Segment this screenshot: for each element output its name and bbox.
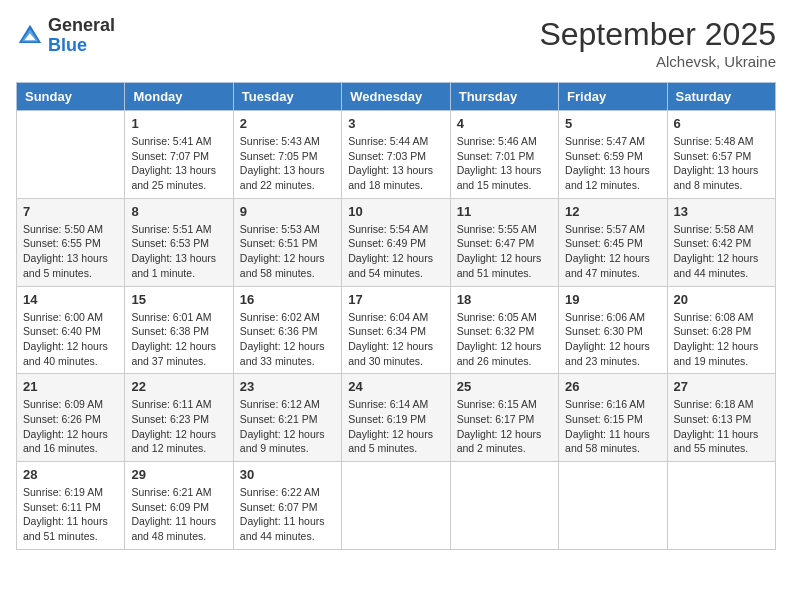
day-number: 1 bbox=[131, 116, 226, 131]
day-number: 18 bbox=[457, 292, 552, 307]
day-info: Sunrise: 5:55 AM Sunset: 6:47 PM Dayligh… bbox=[457, 222, 552, 281]
day-info: Sunrise: 5:53 AM Sunset: 6:51 PM Dayligh… bbox=[240, 222, 335, 281]
calendar-cell: 12Sunrise: 5:57 AM Sunset: 6:45 PM Dayli… bbox=[559, 198, 667, 286]
day-number: 28 bbox=[23, 467, 118, 482]
calendar-cell: 26Sunrise: 6:16 AM Sunset: 6:15 PM Dayli… bbox=[559, 374, 667, 462]
calendar-week-row: 21Sunrise: 6:09 AM Sunset: 6:26 PM Dayli… bbox=[17, 374, 776, 462]
weekday-header-tuesday: Tuesday bbox=[233, 83, 341, 111]
day-info: Sunrise: 5:51 AM Sunset: 6:53 PM Dayligh… bbox=[131, 222, 226, 281]
weekday-header-sunday: Sunday bbox=[17, 83, 125, 111]
day-info: Sunrise: 6:06 AM Sunset: 6:30 PM Dayligh… bbox=[565, 310, 660, 369]
day-number: 9 bbox=[240, 204, 335, 219]
calendar-cell: 17Sunrise: 6:04 AM Sunset: 6:34 PM Dayli… bbox=[342, 286, 450, 374]
day-number: 16 bbox=[240, 292, 335, 307]
day-number: 10 bbox=[348, 204, 443, 219]
day-info: Sunrise: 6:05 AM Sunset: 6:32 PM Dayligh… bbox=[457, 310, 552, 369]
day-info: Sunrise: 5:54 AM Sunset: 6:49 PM Dayligh… bbox=[348, 222, 443, 281]
calendar-cell: 7Sunrise: 5:50 AM Sunset: 6:55 PM Daylig… bbox=[17, 198, 125, 286]
day-info: Sunrise: 6:12 AM Sunset: 6:21 PM Dayligh… bbox=[240, 397, 335, 456]
logo: General Blue bbox=[16, 16, 115, 56]
day-number: 27 bbox=[674, 379, 769, 394]
weekday-header-friday: Friday bbox=[559, 83, 667, 111]
day-info: Sunrise: 6:16 AM Sunset: 6:15 PM Dayligh… bbox=[565, 397, 660, 456]
day-number: 6 bbox=[674, 116, 769, 131]
day-info: Sunrise: 6:19 AM Sunset: 6:11 PM Dayligh… bbox=[23, 485, 118, 544]
day-number: 4 bbox=[457, 116, 552, 131]
calendar-cell: 28Sunrise: 6:19 AM Sunset: 6:11 PM Dayli… bbox=[17, 462, 125, 550]
weekday-header-wednesday: Wednesday bbox=[342, 83, 450, 111]
calendar-cell: 21Sunrise: 6:09 AM Sunset: 6:26 PM Dayli… bbox=[17, 374, 125, 462]
page-header: General Blue September 2025 Alchevsk, Uk… bbox=[16, 16, 776, 70]
calendar-cell: 25Sunrise: 6:15 AM Sunset: 6:17 PM Dayli… bbox=[450, 374, 558, 462]
day-number: 22 bbox=[131, 379, 226, 394]
day-number: 14 bbox=[23, 292, 118, 307]
logo-blue: Blue bbox=[48, 36, 115, 56]
calendar-week-row: 14Sunrise: 6:00 AM Sunset: 6:40 PM Dayli… bbox=[17, 286, 776, 374]
calendar-cell: 2Sunrise: 5:43 AM Sunset: 7:05 PM Daylig… bbox=[233, 111, 341, 199]
day-number: 20 bbox=[674, 292, 769, 307]
calendar-week-row: 7Sunrise: 5:50 AM Sunset: 6:55 PM Daylig… bbox=[17, 198, 776, 286]
day-info: Sunrise: 6:08 AM Sunset: 6:28 PM Dayligh… bbox=[674, 310, 769, 369]
calendar-cell: 29Sunrise: 6:21 AM Sunset: 6:09 PM Dayli… bbox=[125, 462, 233, 550]
calendar-cell: 30Sunrise: 6:22 AM Sunset: 6:07 PM Dayli… bbox=[233, 462, 341, 550]
calendar-cell: 9Sunrise: 5:53 AM Sunset: 6:51 PM Daylig… bbox=[233, 198, 341, 286]
calendar-week-row: 28Sunrise: 6:19 AM Sunset: 6:11 PM Dayli… bbox=[17, 462, 776, 550]
weekday-header-thursday: Thursday bbox=[450, 83, 558, 111]
calendar-cell: 20Sunrise: 6:08 AM Sunset: 6:28 PM Dayli… bbox=[667, 286, 775, 374]
location-title: Alchevsk, Ukraine bbox=[539, 53, 776, 70]
day-number: 17 bbox=[348, 292, 443, 307]
calendar-cell bbox=[559, 462, 667, 550]
calendar-cell: 14Sunrise: 6:00 AM Sunset: 6:40 PM Dayli… bbox=[17, 286, 125, 374]
day-info: Sunrise: 6:02 AM Sunset: 6:36 PM Dayligh… bbox=[240, 310, 335, 369]
day-info: Sunrise: 5:48 AM Sunset: 6:57 PM Dayligh… bbox=[674, 134, 769, 193]
calendar-cell: 18Sunrise: 6:05 AM Sunset: 6:32 PM Dayli… bbox=[450, 286, 558, 374]
day-number: 12 bbox=[565, 204, 660, 219]
day-number: 29 bbox=[131, 467, 226, 482]
day-number: 24 bbox=[348, 379, 443, 394]
day-number: 15 bbox=[131, 292, 226, 307]
day-info: Sunrise: 6:22 AM Sunset: 6:07 PM Dayligh… bbox=[240, 485, 335, 544]
day-number: 25 bbox=[457, 379, 552, 394]
day-info: Sunrise: 6:01 AM Sunset: 6:38 PM Dayligh… bbox=[131, 310, 226, 369]
calendar-cell: 27Sunrise: 6:18 AM Sunset: 6:13 PM Dayli… bbox=[667, 374, 775, 462]
day-info: Sunrise: 6:21 AM Sunset: 6:09 PM Dayligh… bbox=[131, 485, 226, 544]
calendar-week-row: 1Sunrise: 5:41 AM Sunset: 7:07 PM Daylig… bbox=[17, 111, 776, 199]
calendar-cell bbox=[450, 462, 558, 550]
day-number: 3 bbox=[348, 116, 443, 131]
calendar-cell: 5Sunrise: 5:47 AM Sunset: 6:59 PM Daylig… bbox=[559, 111, 667, 199]
day-number: 19 bbox=[565, 292, 660, 307]
calendar-cell bbox=[17, 111, 125, 199]
day-info: Sunrise: 5:50 AM Sunset: 6:55 PM Dayligh… bbox=[23, 222, 118, 281]
day-number: 26 bbox=[565, 379, 660, 394]
calendar-cell: 22Sunrise: 6:11 AM Sunset: 6:23 PM Dayli… bbox=[125, 374, 233, 462]
calendar-cell: 23Sunrise: 6:12 AM Sunset: 6:21 PM Dayli… bbox=[233, 374, 341, 462]
calendar-cell: 8Sunrise: 5:51 AM Sunset: 6:53 PM Daylig… bbox=[125, 198, 233, 286]
day-number: 7 bbox=[23, 204, 118, 219]
calendar-cell: 10Sunrise: 5:54 AM Sunset: 6:49 PM Dayli… bbox=[342, 198, 450, 286]
day-info: Sunrise: 5:47 AM Sunset: 6:59 PM Dayligh… bbox=[565, 134, 660, 193]
day-number: 21 bbox=[23, 379, 118, 394]
day-info: Sunrise: 5:58 AM Sunset: 6:42 PM Dayligh… bbox=[674, 222, 769, 281]
day-number: 30 bbox=[240, 467, 335, 482]
weekday-header-monday: Monday bbox=[125, 83, 233, 111]
day-info: Sunrise: 5:41 AM Sunset: 7:07 PM Dayligh… bbox=[131, 134, 226, 193]
day-info: Sunrise: 5:46 AM Sunset: 7:01 PM Dayligh… bbox=[457, 134, 552, 193]
logo-general: General bbox=[48, 16, 115, 36]
calendar-cell bbox=[667, 462, 775, 550]
day-info: Sunrise: 6:14 AM Sunset: 6:19 PM Dayligh… bbox=[348, 397, 443, 456]
calendar-cell: 1Sunrise: 5:41 AM Sunset: 7:07 PM Daylig… bbox=[125, 111, 233, 199]
day-info: Sunrise: 5:57 AM Sunset: 6:45 PM Dayligh… bbox=[565, 222, 660, 281]
calendar-cell: 19Sunrise: 6:06 AM Sunset: 6:30 PM Dayli… bbox=[559, 286, 667, 374]
day-info: Sunrise: 6:00 AM Sunset: 6:40 PM Dayligh… bbox=[23, 310, 118, 369]
calendar-cell: 13Sunrise: 5:58 AM Sunset: 6:42 PM Dayli… bbox=[667, 198, 775, 286]
day-info: Sunrise: 5:44 AM Sunset: 7:03 PM Dayligh… bbox=[348, 134, 443, 193]
weekday-header-saturday: Saturday bbox=[667, 83, 775, 111]
day-number: 5 bbox=[565, 116, 660, 131]
calendar-cell: 24Sunrise: 6:14 AM Sunset: 6:19 PM Dayli… bbox=[342, 374, 450, 462]
calendar-cell: 4Sunrise: 5:46 AM Sunset: 7:01 PM Daylig… bbox=[450, 111, 558, 199]
logo-icon bbox=[16, 22, 44, 50]
title-block: September 2025 Alchevsk, Ukraine bbox=[539, 16, 776, 70]
calendar-cell: 16Sunrise: 6:02 AM Sunset: 6:36 PM Dayli… bbox=[233, 286, 341, 374]
day-number: 11 bbox=[457, 204, 552, 219]
calendar-cell bbox=[342, 462, 450, 550]
